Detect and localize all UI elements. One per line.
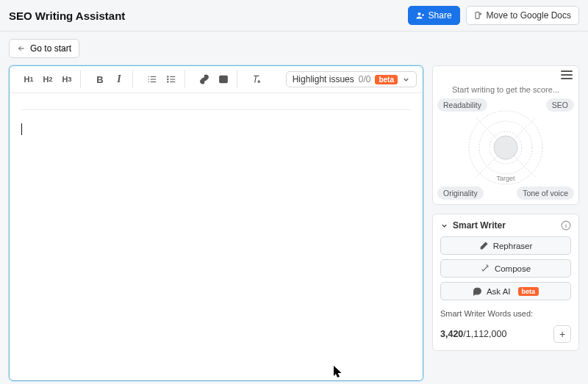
link-icon bbox=[199, 74, 209, 84]
italic-button[interactable]: I bbox=[110, 70, 128, 88]
unordered-list-button[interactable] bbox=[162, 70, 180, 88]
insert-group bbox=[191, 70, 237, 88]
title-divider bbox=[21, 109, 411, 110]
svg-point-6 bbox=[221, 78, 223, 79]
score-card-header bbox=[433, 66, 578, 84]
smart-writer-header: Smart Writer bbox=[433, 214, 578, 236]
mouse-cursor-icon bbox=[333, 365, 343, 378]
svg-point-2 bbox=[167, 76, 168, 77]
smart-writer-title-row[interactable]: Smart Writer bbox=[440, 220, 506, 231]
seo-pill[interactable]: SEO bbox=[546, 98, 574, 112]
side-pane: Start writing to get the score... Readab… bbox=[432, 65, 579, 381]
arrow-left-icon bbox=[17, 44, 26, 53]
tone-pill[interactable]: Tone of voice bbox=[517, 186, 574, 200]
smart-writer-body: Rephraser Compose Ask AI beta Smart Writ… bbox=[433, 236, 578, 350]
chevron-down-icon bbox=[440, 222, 448, 230]
editor-textarea[interactable] bbox=[10, 93, 423, 380]
workspace: H1 H2 H3 B I bbox=[0, 65, 588, 384]
score-hint: Start writing to get the score... bbox=[433, 84, 578, 95]
person-plus-icon bbox=[416, 11, 425, 20]
originality-pill[interactable]: Originality bbox=[437, 186, 484, 200]
menu-icon[interactable] bbox=[561, 70, 573, 79]
rephraser-button[interactable]: Rephraser bbox=[440, 236, 571, 255]
info-icon[interactable] bbox=[561, 220, 571, 231]
heading-group: H1 H2 H3 bbox=[15, 70, 81, 88]
usage-row: 3,420/1,112,000 + bbox=[440, 325, 571, 343]
h1-button[interactable]: H1 bbox=[20, 70, 37, 88]
clear-group bbox=[243, 70, 270, 88]
header-actions: Share Move to Google Docs bbox=[408, 6, 579, 25]
add-words-button[interactable]: + bbox=[553, 325, 571, 343]
ordered-list-button[interactable] bbox=[143, 70, 161, 88]
link-button[interactable] bbox=[196, 70, 213, 88]
text-cursor bbox=[21, 123, 22, 135]
ordered-list-icon bbox=[147, 74, 157, 84]
usage-value: 3,420/1,112,000 bbox=[440, 329, 506, 339]
wand-icon bbox=[481, 264, 490, 273]
radar-chart-area: Readability SEO Target Originality Tone … bbox=[433, 95, 578, 204]
svg-point-12 bbox=[494, 136, 517, 159]
usage-label: Smart Writer Words used: bbox=[440, 309, 571, 318]
app-header: SEO Writing Assistant Share Move to Goog… bbox=[0, 0, 588, 32]
export-icon bbox=[474, 11, 483, 20]
editor-pane: H1 H2 H3 B I bbox=[9, 65, 423, 381]
svg-point-0 bbox=[417, 12, 420, 15]
clear-format-button[interactable] bbox=[248, 70, 265, 88]
move-to-docs-button[interactable]: Move to Google Docs bbox=[466, 6, 579, 25]
ask-ai-button[interactable]: Ask AI beta bbox=[440, 282, 571, 300]
text-style-group: B I bbox=[87, 70, 133, 88]
back-to-start-button[interactable]: Go to start bbox=[9, 39, 79, 58]
radar-target-label: Target bbox=[496, 175, 514, 182]
editor-toolbar: H1 H2 H3 B I bbox=[10, 66, 423, 93]
svg-point-4 bbox=[167, 81, 168, 82]
beta-badge: beta bbox=[518, 287, 539, 296]
chevron-down-icon bbox=[402, 76, 410, 84]
unordered-list-icon bbox=[166, 74, 176, 84]
svg-point-3 bbox=[167, 79, 168, 80]
highlight-issues-dropdown[interactable]: Highlight issues 0/0 beta bbox=[286, 71, 417, 87]
clear-format-icon bbox=[251, 74, 262, 84]
smart-writer-card: Smart Writer Rephraser Compose Ask AI be… bbox=[432, 214, 579, 351]
svg-rect-1 bbox=[476, 12, 479, 19]
h2-button[interactable]: H2 bbox=[39, 70, 57, 88]
page-title: SEO Writing Assistant bbox=[9, 10, 125, 22]
score-card: Start writing to get the score... Readab… bbox=[432, 65, 579, 205]
beta-badge: beta bbox=[375, 75, 398, 84]
compose-button[interactable]: Compose bbox=[440, 259, 571, 278]
chat-icon bbox=[473, 286, 482, 296]
readability-pill[interactable]: Readability bbox=[437, 98, 487, 112]
image-button[interactable] bbox=[215, 70, 232, 88]
image-icon bbox=[218, 74, 229, 84]
sub-toolbar: Go to start bbox=[0, 32, 588, 65]
list-group bbox=[139, 70, 185, 88]
h3-button[interactable]: H3 bbox=[58, 70, 76, 88]
share-button[interactable]: Share bbox=[408, 6, 460, 25]
pencil-icon bbox=[479, 241, 489, 250]
bold-button[interactable]: B bbox=[91, 70, 109, 88]
